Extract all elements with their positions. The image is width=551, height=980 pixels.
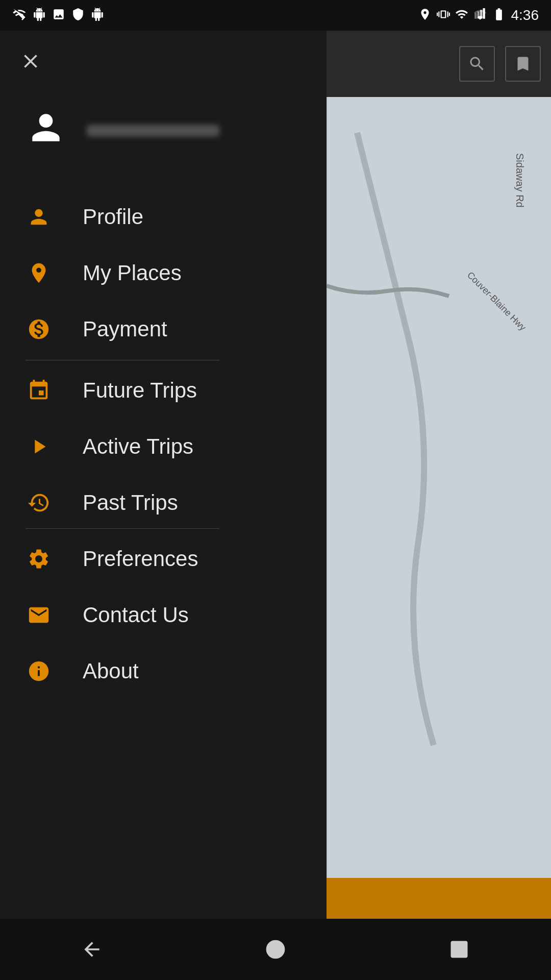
payment-label: Payment xyxy=(83,317,167,341)
sidebar-item-contact-us[interactable]: Contact Us xyxy=(0,587,327,643)
sidebar-item-about[interactable]: About xyxy=(0,643,327,699)
sidebar-item-payment[interactable]: Payment xyxy=(0,301,327,357)
profile-label: Profile xyxy=(83,205,143,229)
user-name xyxy=(87,125,219,136)
recent-apps-button[interactable] xyxy=(439,929,480,970)
mail-icon xyxy=(26,603,52,627)
active-trips-label: Active Trips xyxy=(83,434,193,459)
close-button[interactable] xyxy=(15,46,46,77)
gear-icon xyxy=(26,547,52,571)
status-bar-right: 4:36 xyxy=(418,7,539,23)
sidebar-item-my-places[interactable]: My Places xyxy=(0,245,327,301)
svg-rect-2 xyxy=(480,10,482,18)
shield-icon xyxy=(71,8,85,23)
future-trips-label: Future Trips xyxy=(83,378,197,403)
svg-rect-1 xyxy=(477,12,479,19)
divider-2 xyxy=(26,528,219,529)
sidebar-item-preferences[interactable]: Preferences xyxy=(0,531,327,587)
past-trips-label: Past Trips xyxy=(83,491,178,515)
android2-icon xyxy=(91,8,104,23)
drawer: Profile My Places Payment Future Trips xyxy=(0,31,327,980)
sidebar-item-future-trips[interactable]: Future Trips xyxy=(0,362,327,419)
status-time: 4:36 xyxy=(511,7,539,23)
android-icon xyxy=(33,8,46,23)
svg-rect-7 xyxy=(452,942,466,957)
play-icon xyxy=(26,435,52,458)
location-pin-icon xyxy=(26,261,52,285)
sidebar-item-profile[interactable]: Profile xyxy=(0,189,327,245)
history-icon xyxy=(26,491,52,514)
user-avatar-icon xyxy=(26,107,66,154)
status-bar: 4:36 xyxy=(0,0,551,31)
image-icon xyxy=(52,8,65,23)
back-button[interactable] xyxy=(71,929,112,970)
person-icon xyxy=(26,205,52,229)
map-orange-bar xyxy=(327,878,551,919)
divider-1 xyxy=(26,360,219,360)
menu-section-2: Future Trips Active Trips Past Trips xyxy=(0,362,327,531)
svg-rect-0 xyxy=(474,13,477,19)
map-search-button[interactable] xyxy=(459,46,495,82)
sidebar-item-active-trips[interactable]: Active Trips xyxy=(0,419,327,475)
status-bar-left xyxy=(12,7,104,23)
about-label: About xyxy=(83,659,139,683)
user-section xyxy=(26,107,219,154)
vibrate-icon xyxy=(437,8,450,23)
wifi-off-icon xyxy=(12,7,27,23)
calendar-icon xyxy=(26,379,52,402)
map-header xyxy=(327,31,551,97)
preferences-label: Preferences xyxy=(83,547,198,571)
map-bookmark-button[interactable] xyxy=(505,46,541,82)
menu-section-1: Profile My Places Payment xyxy=(0,189,327,357)
location-status-icon xyxy=(418,8,432,23)
home-button[interactable] xyxy=(255,929,296,970)
bottom-nav xyxy=(0,919,551,980)
signal-icon xyxy=(473,8,487,23)
contact-us-label: Contact Us xyxy=(83,603,189,627)
info-icon xyxy=(26,659,52,683)
svg-point-6 xyxy=(267,941,284,958)
svg-rect-3 xyxy=(483,8,485,19)
my-places-label: My Places xyxy=(83,261,182,285)
wifi-status-icon xyxy=(455,8,468,23)
road-label: Sidaway Rd xyxy=(514,153,525,208)
sidebar-item-past-trips[interactable]: Past Trips xyxy=(0,475,327,531)
dollar-icon xyxy=(26,317,52,341)
battery-icon xyxy=(492,7,506,23)
menu-section-3: Preferences Contact Us About xyxy=(0,531,327,699)
